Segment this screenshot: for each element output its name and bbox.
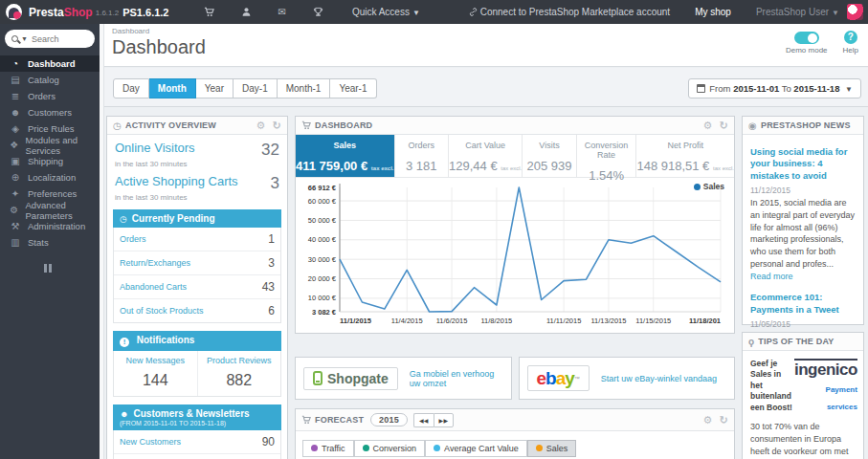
range-year-button[interactable]: Year [196,78,234,98]
chart-legend-sales[interactable]: Sales [694,182,724,191]
refresh-icon[interactable]: ↻ [273,120,281,131]
refresh-icon[interactable]: ↻ [720,415,728,426]
svg-text:66 912 €: 66 912 € [308,184,337,192]
wrench-icon: ✦ [9,188,22,199]
sales-chart-area: 66 912 €60 000 €50 000 €40 000 €30 000 €… [296,178,734,333]
user-avatar[interactable] [847,4,863,20]
kpi-visits[interactable]: Visits205 939 [523,135,577,177]
product-reviews-cell: Product Reviews 882 [198,351,281,396]
ebay-module: ebay™ Start uw eBay-winkel vandaag [519,357,736,400]
sidebar-item-dashboard[interactable]: ◔Dashboard [0,55,100,72]
customers-icon[interactable] [241,7,252,18]
cart-icon[interactable] [204,7,214,18]
search-icon [11,35,18,42]
range-month-button[interactable]: Month [149,78,196,98]
sidebar-item-catalog[interactable]: ▤Catalog [0,72,100,88]
range-day-1-button[interactable]: Day-1 [234,78,278,98]
pending-row-orders: Orders1 [114,228,280,251]
next-year-button[interactable]: ▶▶ [434,413,455,427]
read-more-link[interactable]: Read more [750,272,793,281]
news-panel-title: PRESTASHOP NEWS [761,120,851,130]
sidebar-item-shipping[interactable]: ▣Shipping [0,153,100,169]
help-label: Help [843,46,858,55]
page-header: Dashboard Dashboard Demo mode ? Help [104,24,868,67]
search-input[interactable] [32,34,84,44]
new-messages-link[interactable]: New Messages [116,356,195,365]
range-year-1-button[interactable]: Year-1 [330,78,376,98]
dashboard-panel: DASHBOARD ⚙ ↻ Sales411 759,00 € tax excl… [295,116,735,334]
sidebar-item-localization[interactable]: ⊕Localization [0,169,100,186]
online-visitors-link[interactable]: Online Visitors [115,141,195,155]
svg-text:60 000 €: 60 000 € [308,197,337,206]
breadcrumb[interactable]: Dashboard [112,27,149,35]
chevron-down-icon: ▼ [412,9,420,17]
shop-version: PS1.6.1.2 [122,7,168,18]
quick-access-menu[interactable]: Quick Access▼ [352,7,420,17]
bar-chart-icon: ▥ [9,237,22,248]
shopgate-link[interactable]: Ga mobiel en verhoog uw omzet [410,369,503,388]
chevron-down-icon: ▼ [21,35,28,42]
product-reviews-value: 882 [200,372,279,389]
forecast-year-nav: ◀◀ ▶▶ [413,413,454,427]
legend-conversion-button[interactable]: Conversion [354,440,426,457]
sidebar-item-customers[interactable]: ☻Customers [0,104,100,120]
forecast-year[interactable]: 2015 [370,413,408,426]
user-menu[interactable]: PrestaShop User▼ [756,7,839,17]
sidebar-item-orders[interactable]: ≣Orders [0,88,100,104]
scrollbar[interactable] [100,24,104,459]
ebay-link[interactable]: Start uw eBay-winkel vandaag [601,374,717,383]
my-shop-link[interactable]: My shop [695,7,731,17]
sidebar-collapse-button[interactable] [44,264,56,273]
news-item-title[interactable]: Using social media for your business: 4 … [750,146,856,182]
demo-mode-toggle[interactable] [794,32,819,44]
notifications-header: ! Notifications [113,331,281,351]
kpi-net-profit[interactable]: Net Profit148 918,51 € tax excl. [636,135,734,177]
kpi-cart-value[interactable]: Cart Value129,44 € tax excl. [449,135,523,177]
svg-text:30 000 €: 30 000 € [308,255,337,264]
forecast-legend: Traffic Conversion Average Cart Value Sa… [296,431,734,459]
svg-text:11/8/2015: 11/8/2015 [480,317,512,325]
legend-average-cart-value-button[interactable]: Average Cart Value [425,440,527,457]
bulb-icon: ϙ [748,337,754,347]
legend-dot-icon [694,184,701,190]
previous-year-button[interactable]: ◀◀ [413,413,434,427]
news-item-excerpt: In 2015, social media are an integral pa… [750,197,856,282]
range-day-button[interactable]: Day [113,78,149,98]
legend-traffic-button[interactable]: Traffic [302,440,354,457]
sidebar-item-stats[interactable]: ▥Stats [0,234,100,251]
forecast-panel-title: FORECAST [315,415,364,425]
news-item-title[interactable]: Ecommerce 101: Payments in a Tweet [750,292,856,316]
calendar-icon [697,84,705,93]
cart-icon [301,120,311,130]
sidebar-item-modules[interactable]: ❖Modules and Services [0,137,100,153]
page-title: Dashboard [112,36,206,58]
kpi-orders[interactable]: Orders3 181 [395,135,450,177]
svg-text:11/18/201: 11/18/201 [689,317,721,325]
legend-sales-button[interactable]: Sales [527,440,577,457]
demo-mode-control: Demo mode [786,30,828,55]
forecast-panel: FORECAST 2015 ◀◀ ▶▶ ⚙ ↻ Traffic Conversi… [295,408,735,459]
date-range-picker[interactable]: From 2015-11-01 To 2015-11-18 ▼ [688,78,861,98]
help-icon[interactable]: ? [844,31,857,44]
gear-icon[interactable]: ⚙ [703,415,713,426]
svg-text:11/4/2015: 11/4/2015 [391,317,423,325]
tag-icon: ◈ [9,123,22,134]
kpi-conversion-rate[interactable]: Conversion Rate1.54% [577,135,637,177]
active-carts-link[interactable]: Active Shopping Carts [115,174,238,188]
date-filter-bar: Day Month Year Day-1 Month-1 Year-1 From… [104,68,868,107]
sidebar-item-advanced-parameters[interactable]: ⚙Advanced Parameters [0,202,100,218]
gauge-icon: ◔ [9,58,22,69]
gear-icon[interactable]: ⚙ [703,120,713,131]
sidebar-search[interactable]: ▼ [5,30,95,48]
refresh-icon[interactable]: ↻ [720,120,728,131]
range-month-1-button[interactable]: Month-1 [278,78,331,98]
messages-icon[interactable]: ✉ [278,7,286,17]
sidebar-item-administration[interactable]: ⚒Administration [0,218,100,234]
marketplace-link[interactable]: Connect to PrestaShop Marketplace accoun… [469,7,670,17]
product-reviews-link[interactable]: Product Reviews [200,356,279,365]
svg-text:40 000 €: 40 000 € [308,235,337,244]
kpi-sales[interactable]: Sales411 759,00 € tax excl. [296,135,395,177]
gear-icon[interactable]: ⚙ [256,120,266,131]
brand-version: 1.6.1.2 [96,9,119,17]
trophy-icon[interactable] [313,7,323,18]
